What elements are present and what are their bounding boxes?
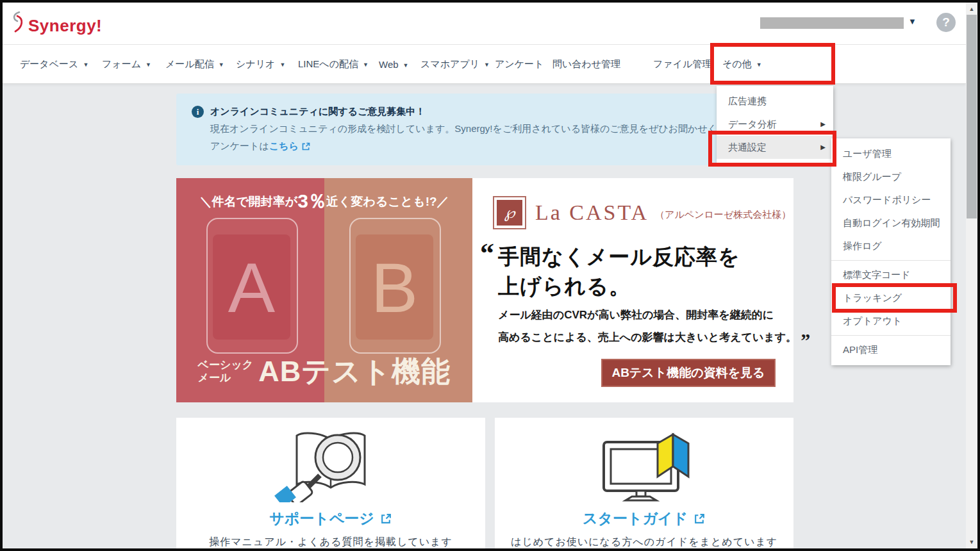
submenu-item-opt-out[interactable]: オプトアウト — [831, 309, 951, 333]
menu-label: 広告連携 — [728, 95, 767, 106]
la-casta-logo-icon: ℘ — [493, 196, 526, 229]
nav-item-mail-delivery[interactable]: メール配信▼ — [165, 58, 224, 70]
nav-item-smartphone-app[interactable]: スマホアプリ▼ — [420, 58, 490, 70]
nav-label: 問い合わせ管理 — [552, 58, 620, 69]
nav-label: その他 — [722, 58, 752, 69]
ab-test-document-button[interactable]: ABテスト機能の資料を見る — [601, 359, 776, 387]
external-link-icon — [380, 513, 392, 525]
notice-link-prefix: アンケートは — [210, 140, 269, 152]
nav-label: データベース — [20, 58, 78, 69]
product-name-big: ABテスト機能 — [258, 352, 451, 391]
nav-item-line-delivery[interactable]: LINEへの配信▼ — [298, 58, 369, 70]
menu-label: 操作ログ — [843, 240, 882, 251]
menu-label: データ分析 — [728, 119, 777, 129]
synergy-logo[interactable]: Synergy! — [10, 10, 102, 36]
account-chevron-down-icon[interactable]: ▼ — [908, 17, 917, 26]
common-settings-submenu: ユーザ管理 権限グループ パスワードポリシー 自動ログイン有効期間 操作ログ 標… — [831, 138, 951, 365]
account-name-redacted[interactable] — [760, 17, 904, 29]
external-link-icon — [301, 142, 311, 151]
start-guide-label: スタートガイド — [583, 509, 688, 529]
scroll-down-arrow-icon[interactable]: ▼ — [966, 537, 977, 547]
quote-line2: 上げられる。 — [498, 272, 740, 301]
nav-label: シナリオ — [236, 58, 275, 69]
product-small-line1: ベーシック — [198, 359, 254, 372]
chevron-down-icon: ▼ — [403, 62, 409, 69]
survey-link[interactable]: こちら — [269, 140, 311, 152]
menu-label: API管理 — [843, 344, 877, 355]
menu-label: パスワードポリシー — [843, 194, 931, 205]
external-link-icon — [693, 513, 706, 525]
testimonial-pane: ℘ La CASTA （アルペンローゼ株式会社様） “ 手間なくメール反応率を … — [472, 178, 793, 402]
ab-test-banner-image: ＼件名で開封率が3％近く変わることも!?／ A B ベーシック メール ABテス… — [176, 178, 472, 402]
detail-line2: 高めることによる、売上への影響は大きいと考えています。 — [498, 331, 797, 343]
nav-item-database[interactable]: データベース▼ — [20, 58, 88, 70]
menu-item-ad-integration[interactable]: 広告連携 — [717, 90, 833, 113]
submenu-item-user-management[interactable]: ユーザ管理 — [831, 142, 951, 165]
chevron-down-icon: ▼ — [83, 62, 88, 68]
survey-link-label: こちら — [269, 140, 299, 152]
menu-label: トラッキング — [843, 292, 902, 303]
chevron-down-icon: ▼ — [484, 62, 490, 68]
nav-item-scenario[interactable]: シナリオ▼ — [236, 58, 285, 70]
others-dropdown-menu: 広告連携 データ分析▶ 共通設定▶ — [717, 86, 833, 163]
nav-item-survey[interactable]: アンケート — [495, 58, 544, 70]
notice-banner: i オンラインコミュニティに関するご意見募集中！ 現在オンラインコミュニティの形… — [176, 94, 793, 165]
nav-label: アンケート — [495, 58, 544, 69]
variant-b-graphic: B — [349, 218, 441, 354]
submenu-item-tracking[interactable]: トラッキング — [831, 286, 951, 309]
support-page-link[interactable]: サポートページ — [176, 509, 485, 529]
scroll-up-arrow-icon[interactable]: ▲ — [966, 4, 977, 14]
brand-row: ℘ La CASTA （アルペンローゼ株式会社様） — [493, 196, 791, 229]
notice-title: オンラインコミュニティに関するご意見募集中！ — [210, 106, 425, 118]
ab-test-promo-card: ＼件名で開封率が3％近く変わることも!?／ A B ベーシック メール ABテス… — [176, 178, 793, 402]
help-icon: ? — [942, 15, 950, 29]
submenu-item-standard-charset[interactable]: 標準文字コード — [831, 263, 951, 286]
nav-label: ファイル管理 — [653, 58, 711, 69]
nav-label: Web — [379, 59, 399, 70]
start-guide-card: スタートガイド はじめてお使いになる方へのガイドをまとめています — [495, 418, 793, 551]
variant-a-graphic: A — [206, 218, 298, 354]
submenu-item-api-management[interactable]: API管理 — [831, 338, 951, 361]
nav-item-file-management[interactable]: ファイル管理 — [653, 58, 711, 70]
submenu-arrow-icon: ▶ — [820, 113, 826, 136]
la-casta-logo-glyph: ℘ — [497, 200, 522, 226]
info-icon: i — [192, 106, 204, 118]
close-quote-icon: ” — [801, 329, 810, 350]
product-name-line: ベーシック メール ABテスト機能 — [176, 352, 472, 391]
vertical-scrollbar[interactable]: ▲ ▼ — [966, 3, 977, 548]
support-page-label: サポートページ — [269, 509, 374, 529]
menu-label: 標準文字コード — [843, 269, 911, 280]
support-page-card: サポートページ 操作マニュアル・よくある質問を掲載しています — [176, 418, 485, 551]
chevron-down-icon: ▼ — [145, 62, 151, 68]
menu-label: 自動ログイン有効期間 — [843, 217, 940, 228]
submenu-item-auto-login-period[interactable]: 自動ログイン有効期間 — [831, 211, 951, 234]
notice-link-line: アンケートは こちら — [210, 140, 311, 152]
chevron-down-icon: ▼ — [279, 62, 285, 68]
main-navigation: データベース▼ フォーム▼ メール配信▼ シナリオ▼ LINEへの配信▼ Web… — [3, 45, 966, 83]
nav-item-inquiry-management[interactable]: 問い合わせ管理 — [552, 58, 620, 70]
start-guide-desc: はじめてお使いになる方へのガイドをまとめています — [495, 536, 793, 549]
menu-item-data-analysis[interactable]: データ分析▶ — [717, 113, 833, 136]
submenu-item-permission-groups[interactable]: 権限グループ — [831, 165, 951, 188]
headline-post: 近く変わることも!?／ — [326, 195, 449, 208]
start-guide-link[interactable]: スタートガイド — [495, 509, 793, 529]
app-header: Synergy! ▼ ? — [3, 3, 966, 45]
help-button[interactable]: ? — [936, 13, 956, 32]
scrollbar-thumb[interactable] — [967, 15, 977, 218]
nav-item-web[interactable]: Web▼ — [379, 59, 409, 70]
testimonial-detail: メール経由のCVRが高い弊社の場合、開封率を継続的に 高めることによる、売上への… — [498, 306, 810, 356]
brand-company: （アルペンローゼ株式会社様） — [655, 209, 791, 221]
chevron-down-icon: ▼ — [756, 62, 762, 68]
support-page-desc: 操作マニュアル・よくある質問を掲載しています — [176, 536, 485, 549]
product-name-small: ベーシック メール — [198, 359, 254, 384]
nav-item-others[interactable]: その他▼ — [722, 58, 762, 70]
headline-pre: ＼件名で開封率が — [199, 195, 297, 208]
menu-label: 権限グループ — [843, 171, 901, 182]
submenu-item-password-policy[interactable]: パスワードポリシー — [831, 188, 951, 211]
open-quote-icon: “ — [480, 237, 494, 270]
nav-item-form[interactable]: フォーム▼ — [102, 58, 151, 70]
menu-item-common-settings[interactable]: 共通設定▶ — [717, 136, 833, 159]
banner-headline: ＼件名で開封率が3％近く変わることも!?／ — [176, 188, 472, 215]
submenu-item-operation-log[interactable]: 操作ログ — [831, 234, 951, 258]
product-small-line2: メール — [198, 372, 254, 384]
